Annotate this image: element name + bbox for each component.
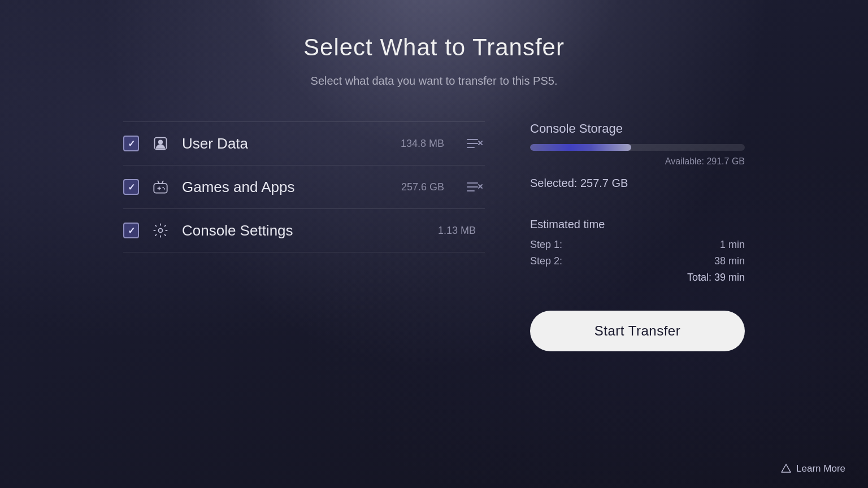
list-item-games-apps[interactable]: ✓ Games and Apps 257.6 GB xyxy=(123,165,485,209)
checkbox-console-settings[interactable]: ✓ xyxy=(123,223,139,238)
svg-point-8 xyxy=(163,187,164,188)
list-item-console-settings[interactable]: ✓ Console Settings 1.13 MB xyxy=(123,209,485,252)
settings-icon xyxy=(150,220,171,241)
storage-bar-fill xyxy=(530,144,631,151)
item-size-console-settings: 1.13 MB xyxy=(438,225,476,237)
storage-section: Console Storage Available: 291.7 GB Sele… xyxy=(530,121,745,190)
estimated-section: Estimated time Step 1: 1 min Step 2: 38 … xyxy=(530,218,745,288)
step2-row: Step 2: 38 min xyxy=(530,255,745,267)
step1-row: Step 1: 1 min xyxy=(530,239,745,251)
item-label-console-settings: Console Settings xyxy=(182,222,427,239)
item-label-user-data: User Data xyxy=(182,135,389,152)
details-icon-games-apps[interactable] xyxy=(465,177,485,197)
checkbox-games-apps[interactable]: ✓ xyxy=(123,179,139,195)
item-size-user-data: 134.8 MB xyxy=(401,138,444,150)
games-icon xyxy=(150,177,171,197)
svg-point-1 xyxy=(158,140,163,145)
svg-point-13 xyxy=(159,229,163,233)
step2-value: 38 min xyxy=(714,255,745,267)
checkbox-user-data[interactable]: ✓ xyxy=(123,136,139,151)
list-item-user-data[interactable]: ✓ User Data 134.8 MB xyxy=(123,121,485,165)
checkmark-user-data: ✓ xyxy=(128,138,135,149)
item-label-games-apps: Games and Apps xyxy=(182,178,390,196)
storage-title: Console Storage xyxy=(530,121,745,136)
storage-bar xyxy=(530,144,745,151)
svg-point-9 xyxy=(164,188,165,189)
learn-more-link[interactable]: Learn More xyxy=(780,463,845,474)
item-size-games-apps: 257.6 GB xyxy=(401,181,444,193)
user-icon xyxy=(150,133,171,154)
checkmark-games-apps: ✓ xyxy=(128,182,135,193)
step2-label: Step 2: xyxy=(530,255,562,267)
total-row: Total: 39 min xyxy=(530,272,745,284)
learn-more-label: Learn More xyxy=(796,463,845,474)
main-layout: ✓ User Data 134.8 MB xyxy=(123,121,745,351)
checkmark-console-settings: ✓ xyxy=(128,225,135,236)
total-value: Total: 39 min xyxy=(687,272,745,284)
page-subtitle: Select what data you want to transfer to… xyxy=(311,75,558,88)
page-title: Select What to Transfer xyxy=(303,34,565,61)
svg-marker-14 xyxy=(782,464,791,472)
items-list: ✓ User Data 134.8 MB xyxy=(123,121,485,252)
storage-available: Available: 291.7 GB xyxy=(530,156,745,167)
storage-selected: Selected: 257.7 GB xyxy=(530,177,745,190)
estimated-time-title: Estimated time xyxy=(530,218,745,231)
step1-value: 1 min xyxy=(720,239,745,251)
step1-label: Step 1: xyxy=(530,239,562,251)
triangle-icon xyxy=(780,463,792,474)
right-panel: Console Storage Available: 291.7 GB Sele… xyxy=(530,121,745,351)
details-icon-user-data[interactable] xyxy=(465,133,485,154)
start-transfer-button[interactable]: Start Transfer xyxy=(530,311,745,351)
